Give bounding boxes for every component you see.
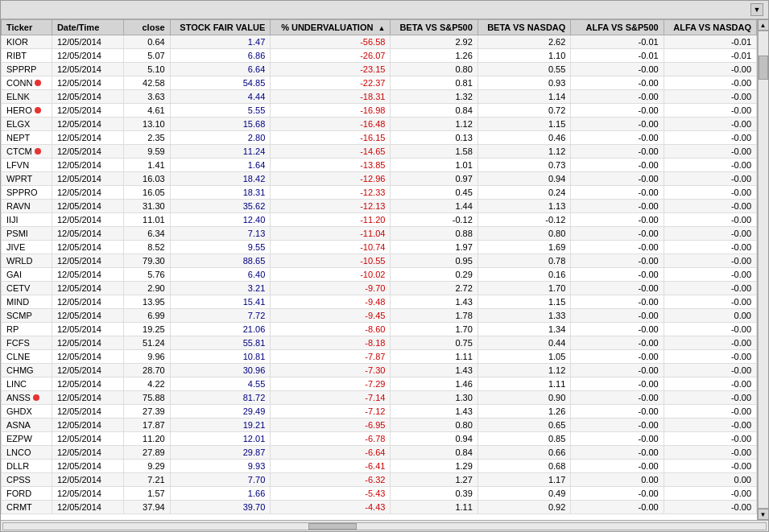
content-area: Ticker Date/Time close STOCK FAIR VALUE … xyxy=(1,19,768,520)
col-header-close[interactable]: close xyxy=(123,20,170,35)
col-header-underval[interactable]: % UNDERVALUATION ▲ xyxy=(271,20,391,35)
cell-close: 13.95 xyxy=(123,295,170,309)
cell-fairvalue: 19.21 xyxy=(170,419,271,432)
cell-date: 12/05/2014 xyxy=(52,323,123,336)
table-row: LNCO12/05/201427.8929.87-6.640.840.66-0.… xyxy=(2,446,757,460)
scroll-up-button[interactable]: ▲ xyxy=(758,19,769,31)
cell-ticker: KIOR xyxy=(2,35,52,49)
ticker-label: MIND xyxy=(6,297,29,307)
ticker-label: CRMT xyxy=(6,502,32,512)
h-scroll-track[interactable] xyxy=(2,522,767,530)
scroll-track[interactable] xyxy=(758,31,769,509)
cell-alfa-nq: -0.00 xyxy=(664,282,756,295)
cell-ticker: SPPRP xyxy=(2,63,52,76)
dropdown-button[interactable]: ▼ xyxy=(750,3,763,16)
cell-beta-sp: 0.84 xyxy=(391,446,478,460)
cell-alfa-sp: -0.00 xyxy=(571,364,664,377)
cell-beta-nq: 0.68 xyxy=(478,460,570,473)
cell-alfa-sp: -0.01 xyxy=(571,35,664,49)
ticker-label: WRLD xyxy=(6,256,32,266)
cell-beta-sp: 1.43 xyxy=(391,405,478,419)
cell-date: 12/05/2014 xyxy=(52,501,123,514)
col-header-alfa-sp[interactable]: ALFA VS S&P500 xyxy=(571,20,664,35)
table-row: HERO12/05/20144.615.55-16.980.840.72-0.0… xyxy=(2,104,757,118)
cell-alfa-sp: -0.00 xyxy=(571,76,664,90)
table-row: CTCM12/05/20149.5911.24-14.651.581.12-0.… xyxy=(2,145,757,159)
col-header-fairvalue[interactable]: STOCK FAIR VALUE xyxy=(170,20,271,35)
col-header-alfa-nq[interactable]: ALFA VS NASDAQ xyxy=(664,20,756,35)
cell-fairvalue: 9.55 xyxy=(170,241,271,254)
cell-alfa-nq: -0.00 xyxy=(664,487,756,501)
ticker-label: RAVN xyxy=(6,201,31,211)
table-container[interactable]: Ticker Date/Time close STOCK FAIR VALUE … xyxy=(1,19,757,520)
col-header-beta-sp[interactable]: BETA VS S&P500 xyxy=(391,20,478,35)
cell-ticker: LNCO xyxy=(2,446,52,460)
cell-underval: -12.13 xyxy=(271,200,391,213)
scroll-down-button[interactable]: ▼ xyxy=(758,509,769,520)
cell-alfa-nq: -0.00 xyxy=(664,460,756,473)
ticker-label: EZPW xyxy=(6,434,32,443)
table-row: ASNA12/05/201417.8719.21-6.950.800.65-0.… xyxy=(2,419,757,432)
table-row: CPSS12/05/20147.217.70-6.321.271.170.000… xyxy=(2,473,757,487)
horizontal-scrollbar[interactable] xyxy=(1,520,768,531)
ticker-label: WPRT xyxy=(6,174,32,184)
cell-fairvalue: 2.80 xyxy=(170,131,271,145)
ticker-label: SCMP xyxy=(6,311,32,320)
cell-beta-sp: 1.44 xyxy=(391,200,478,213)
header-row: Ticker Date/Time close STOCK FAIR VALUE … xyxy=(2,20,757,35)
cell-beta-sp: 0.39 xyxy=(391,487,478,501)
cell-underval: -10.74 xyxy=(271,241,391,254)
cell-beta-nq: 0.93 xyxy=(478,76,570,90)
cell-beta-nq: 1.14 xyxy=(478,90,570,104)
table-row: WPRT12/05/201416.0318.42-12.960.970.94-0… xyxy=(2,172,757,186)
cell-close: 27.89 xyxy=(123,446,170,460)
cell-beta-sp: 0.45 xyxy=(391,186,478,200)
col-header-ticker[interactable]: Ticker xyxy=(2,20,52,35)
cell-underval: -11.04 xyxy=(271,227,391,241)
cell-beta-sp: 1.32 xyxy=(391,90,478,104)
ticker-label: GAI xyxy=(6,270,22,279)
cell-alfa-sp: -0.00 xyxy=(571,323,664,336)
scroll-thumb[interactable] xyxy=(759,56,768,80)
cell-alfa-sp: -0.00 xyxy=(571,405,664,419)
cell-alfa-sp: -0.00 xyxy=(571,104,664,118)
cell-beta-nq: 1.33 xyxy=(478,309,570,323)
cell-beta-sp: 0.84 xyxy=(391,104,478,118)
cell-ticker: ELNK xyxy=(2,90,52,104)
cell-fairvalue: 54.85 xyxy=(170,76,271,90)
cell-alfa-sp: -0.00 xyxy=(571,186,664,200)
cell-date: 12/05/2014 xyxy=(52,364,123,377)
table-row: SPPRO12/05/201416.0518.31-12.330.450.24-… xyxy=(2,186,757,200)
cell-fairvalue: 29.49 xyxy=(170,405,271,419)
cell-ticker: NEPT xyxy=(2,131,52,145)
cell-alfa-nq: -0.00 xyxy=(664,254,756,268)
cell-beta-nq: 0.72 xyxy=(478,104,570,118)
col-header-beta-nq[interactable]: BETA VS NASDAQ xyxy=(478,20,570,35)
cell-fairvalue: 39.70 xyxy=(170,501,271,514)
cell-alfa-nq: -0.00 xyxy=(664,159,756,172)
h-scroll-thumb[interactable] xyxy=(308,523,357,530)
cell-fairvalue: 15.41 xyxy=(170,295,271,309)
cell-beta-sp: 1.29 xyxy=(391,460,478,473)
cell-underval: -6.95 xyxy=(271,419,391,432)
cell-alfa-nq: 0.00 xyxy=(664,309,756,323)
cell-ticker: MIND xyxy=(2,295,52,309)
cell-ticker: CONN xyxy=(2,76,52,90)
cell-fairvalue: 9.93 xyxy=(170,460,271,473)
cell-alfa-nq: -0.00 xyxy=(664,145,756,159)
cell-beta-nq: 0.66 xyxy=(478,446,570,460)
cell-close: 2.35 xyxy=(123,131,170,145)
cell-fairvalue: 6.40 xyxy=(170,268,271,282)
cell-close: 4.61 xyxy=(123,104,170,118)
vertical-scrollbar[interactable]: ▲ ▼ xyxy=(757,19,768,520)
cell-alfa-sp: -0.00 xyxy=(571,254,664,268)
cell-underval: -4.43 xyxy=(271,501,391,514)
cell-date: 12/05/2014 xyxy=(52,282,123,295)
cell-fairvalue: 7.13 xyxy=(170,227,271,241)
cell-close: 5.10 xyxy=(123,63,170,76)
table-row: MIND12/05/201413.9515.41-9.481.431.15-0.… xyxy=(2,295,757,309)
table-row: SPPRP12/05/20145.106.64-23.150.800.55-0.… xyxy=(2,63,757,76)
cell-beta-nq: 0.92 xyxy=(478,501,570,514)
col-header-date[interactable]: Date/Time xyxy=(52,20,123,35)
cell-fairvalue: 6.64 xyxy=(170,63,271,76)
